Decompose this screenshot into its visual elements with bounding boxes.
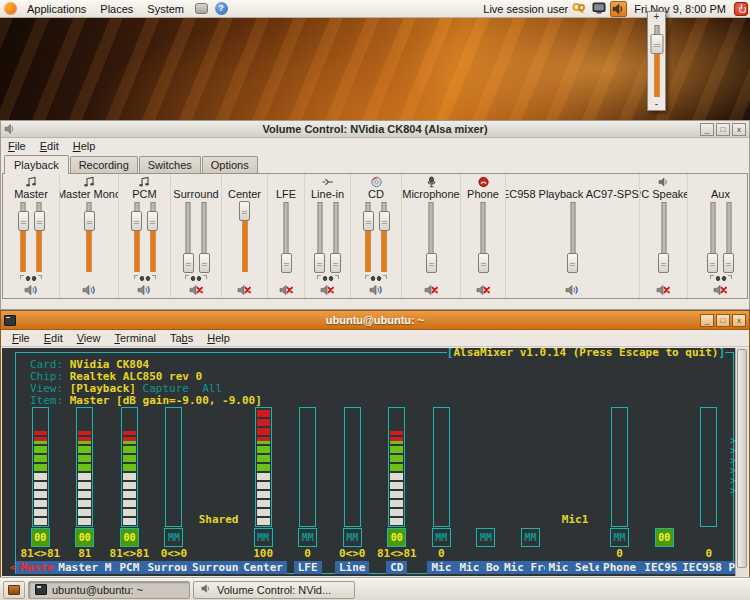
volume-slider[interactable] [131,201,142,273]
tab-switches[interactable]: Switches [139,156,201,173]
close-button[interactable]: x [732,314,746,327]
keyring-icon[interactable] [572,2,587,16]
volume-down-button[interactable]: - [655,99,658,110]
volume-up-button[interactable]: + [654,12,660,23]
slider-handle[interactable] [131,211,142,231]
terminal-scrollbar[interactable] [735,348,748,576]
slider-handle[interactable] [379,211,390,231]
slider-handle[interactable] [183,253,194,273]
volume-slider[interactable] [84,201,95,273]
mute-toggle[interactable] [279,283,294,298]
show-desktop-button[interactable] [3,581,25,599]
slider-handle[interactable] [363,211,374,231]
volume-slider[interactable] [183,201,194,273]
chain-link-icon[interactable] [20,275,42,282]
menu-system[interactable]: System [140,0,191,17]
volume-slider[interactable] [379,201,390,273]
terminal-menu-tabs[interactable]: Tabs [163,331,200,345]
power-icon[interactable] [733,2,748,16]
terminal-titlebar[interactable]: ubuntu@ubuntu: ~ _ □ x [1,311,749,330]
slider-handle[interactable] [18,211,29,231]
mute-toggle[interactable] [82,283,97,298]
slider-handle[interactable] [239,201,250,221]
help-icon[interactable]: ? [214,2,228,15]
slider-handle[interactable] [723,253,734,273]
slider-handle[interactable] [314,253,325,273]
menu-applications[interactable]: Applications [20,0,93,17]
tab-playback[interactable]: Playback [4,155,69,174]
tab-options[interactable]: Options [202,156,258,173]
volume-slider[interactable] [658,201,669,273]
volume-slider[interactable] [478,201,489,273]
slider-handle[interactable] [147,211,158,231]
volume-slider[interactable] [707,201,718,273]
slider-handle[interactable] [34,211,45,231]
chain-link-icon[interactable] [365,275,387,282]
chain-link-icon[interactable] [710,275,732,282]
volume-slider[interactable] [363,201,374,273]
terminal-window-buttons: _ □ x [700,314,746,327]
mute-toggle[interactable] [189,283,204,298]
mute-toggle[interactable] [476,283,491,298]
volume-slider[interactable] [34,201,45,273]
terminal-scrollbar-thumb[interactable] [737,349,747,568]
slider-handle[interactable] [84,211,95,231]
mute-toggle[interactable] [713,283,728,298]
taskbar-item-terminal[interactable]: ubuntu@ubuntu: ~ [28,581,190,599]
volume-slider[interactable] [723,201,734,273]
mixer-titlebar[interactable]: Volume Control: NVidia CK804 (Alsa mixer… [1,121,749,138]
slider-handle[interactable] [658,253,669,273]
mute-toggle[interactable] [24,283,39,298]
mute-toggle[interactable] [320,283,335,298]
volume-popup-slider[interactable] [648,23,665,99]
terminal-menu-edit[interactable]: Edit [37,331,70,345]
maximize-button[interactable]: □ [716,123,730,136]
clock[interactable]: Fri Nov 9, 8:00 PM [631,3,729,15]
mute-toggle[interactable] [369,283,384,298]
mixer-menu-edit[interactable]: Edit [33,139,66,153]
volume-slider[interactable] [199,201,210,273]
volume-tray-icon[interactable] [610,1,627,17]
volume-slider[interactable] [426,201,437,273]
slider-handle[interactable] [707,253,718,273]
maximize-button[interactable]: □ [716,314,730,327]
volume-slider[interactable] [239,201,250,273]
mixer-menu-help[interactable]: Help [66,139,103,153]
chain-link-icon[interactable] [134,275,156,282]
ubuntu-logo-icon[interactable] [4,2,17,15]
volume-popup-handle[interactable] [650,34,663,54]
slider-handle[interactable] [330,253,341,273]
volume-slider[interactable] [330,201,341,273]
mute-toggle[interactable] [656,283,671,298]
volume-slider[interactable] [314,201,325,273]
minimize-button[interactable]: _ [700,123,714,136]
user-switcher-label[interactable]: Live session user [483,3,568,15]
mute-toggle[interactable] [424,283,439,298]
taskbar-item-speaker[interactable]: Volume Control: NVid... [193,581,355,599]
mute-toggle[interactable] [565,283,580,298]
volume-slider[interactable] [281,201,292,273]
menu-places[interactable]: Places [93,0,140,17]
volume-slider[interactable] [18,201,29,273]
volume-slider[interactable] [567,201,578,273]
terminal-menu-terminal[interactable]: Terminal [107,331,163,345]
close-button[interactable]: x [732,123,746,136]
terminal-menu-help[interactable]: Help [200,331,237,345]
slider-handle[interactable] [426,253,437,273]
terminal-menu-view[interactable]: View [70,331,108,345]
minimize-button[interactable]: _ [700,314,714,327]
chain-link-icon[interactable] [317,275,339,282]
slider-handle[interactable] [478,253,489,273]
slider-handle[interactable] [199,253,210,273]
chain-link-icon[interactable] [185,275,207,282]
mixer-menu-file[interactable]: File [1,139,33,153]
tab-recording[interactable]: Recording [70,156,138,173]
volume-slider[interactable] [147,201,158,273]
mute-toggle[interactable] [237,283,252,298]
terminal-menu-file[interactable]: File [5,331,37,345]
browser-icon[interactable] [194,2,208,15]
slider-handle[interactable] [567,253,578,273]
display-icon[interactable] [591,2,606,16]
slider-handle[interactable] [281,253,292,273]
mute-toggle[interactable] [137,283,152,298]
